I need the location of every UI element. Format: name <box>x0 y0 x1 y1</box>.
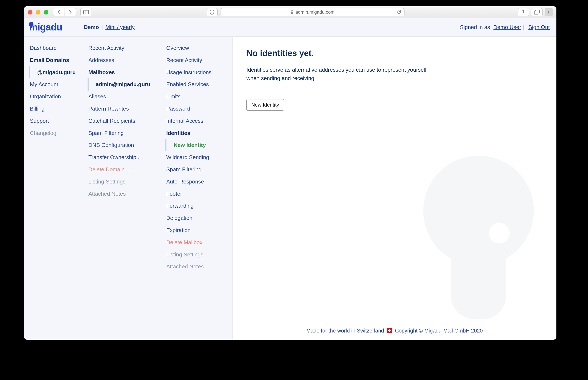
footer-left: Made for the world in Switzerland <box>306 328 384 334</box>
watermark-icon <box>392 151 556 323</box>
nav-new-identity[interactable]: New Identity <box>166 139 231 151</box>
app-footer: Made for the world in Switzerland Copyri… <box>232 328 556 334</box>
svg-rect-9 <box>451 237 506 320</box>
nav-my-account[interactable]: My Account <box>28 78 83 91</box>
nav-column-1: Dashboard Email Domains @migadu.guru My … <box>24 37 85 340</box>
nav-recent-activity-3[interactable]: Recent Activity <box>165 54 231 66</box>
plan-link[interactable]: Mini / yearly <box>105 24 135 31</box>
maximize-window-button[interactable] <box>44 10 48 15</box>
share-button[interactable] <box>518 8 529 16</box>
nav-changelog[interactable]: Changelog <box>28 127 83 139</box>
user-link[interactable]: Demo User <box>494 24 521 31</box>
nav-delegation[interactable]: Delegation <box>165 212 231 224</box>
new-tab-button[interactable]: + <box>545 8 553 16</box>
titlebar: admin.migadu.com + <box>24 6 556 18</box>
main-content: No identities yet. Identities serve as a… <box>232 37 556 340</box>
nav-addresses[interactable]: Addresses <box>87 54 161 66</box>
svg-text:migadu: migadu <box>29 22 62 33</box>
nav-column-3: Overview Recent Activity Usage Instructi… <box>163 37 232 340</box>
nav-expiration[interactable]: Expiration <box>165 224 231 236</box>
browser-window: admin.migadu.com + migadu Demo | Min <box>24 6 556 340</box>
nav-password[interactable]: Password <box>165 103 231 115</box>
app-body: Dashboard Email Domains @migadu.guru My … <box>24 37 556 340</box>
page-description: Identities serve as alternative addresse… <box>246 66 432 83</box>
nav-forwarding[interactable]: Forwarding <box>165 200 231 212</box>
nav-delete-domain[interactable]: Delete Domain... <box>87 164 161 176</box>
svg-rect-0 <box>84 10 89 14</box>
nav-mailboxes[interactable]: Mailboxes <box>87 66 161 79</box>
nav-attached-notes[interactable]: Attached Notes <box>87 188 161 200</box>
nav-attached-notes-3[interactable]: Attached Notes <box>165 261 231 273</box>
nav-transfer[interactable]: Transfer Ownership... <box>87 151 161 164</box>
nav-spam-filtering[interactable]: Spam Filtering <box>87 127 161 139</box>
nav-support[interactable]: Support <box>28 115 83 127</box>
demo-label: Demo <box>84 24 99 31</box>
nav-domain-sub[interactable]: @migadu.guru <box>29 66 83 79</box>
nav-organization[interactable]: Organization <box>28 91 83 103</box>
page-title: No identities yet. <box>246 49 543 58</box>
separator: | <box>523 24 524 31</box>
minimize-window-button[interactable] <box>36 10 41 15</box>
nav-footer[interactable]: Footer <box>165 188 231 200</box>
separator: | <box>102 24 103 31</box>
divider <box>246 92 543 92</box>
svg-point-8 <box>423 156 534 266</box>
sidebar-toggle-button[interactable] <box>80 8 92 16</box>
nav-dashboard[interactable]: Dashboard <box>28 42 83 54</box>
close-window-button[interactable] <box>28 10 32 15</box>
back-button[interactable] <box>53 8 64 16</box>
url-text: admin.migadu.com <box>295 9 335 15</box>
nav-column-2: Recent Activity Addresses Mailboxes admi… <box>85 37 163 340</box>
nav-aliases[interactable]: Aliases <box>87 91 161 103</box>
titlebar-right-buttons: + <box>518 8 553 16</box>
new-identity-button[interactable]: New Identity <box>246 99 284 111</box>
nav-email-domains[interactable]: Email Domains <box>28 54 83 66</box>
shield-icon <box>210 10 214 15</box>
share-icon <box>521 10 525 15</box>
nav-mailbox-sub[interactable]: admin@migadu.guru <box>87 78 161 91</box>
chevron-left-icon <box>57 10 60 15</box>
sidebar-icon <box>83 10 89 14</box>
plus-icon: + <box>547 9 550 15</box>
nav-internal-access[interactable]: Internal Access <box>165 115 231 127</box>
nav-recent-activity[interactable]: Recent Activity <box>87 42 161 54</box>
nav-listing-settings[interactable]: Listing Settings <box>87 176 161 188</box>
privacy-button[interactable] <box>206 8 218 16</box>
nav-delete-mailbox[interactable]: Delete Mailbox... <box>165 236 231 249</box>
nav-enabled[interactable]: Enabled Services <box>165 78 231 91</box>
nav-identities[interactable]: Identities <box>165 127 231 139</box>
svg-rect-4 <box>534 11 538 14</box>
nav-wildcard[interactable]: Wildcard Sending <box>165 151 231 164</box>
nav-overview[interactable]: Overview <box>165 42 231 54</box>
chevron-right-icon <box>69 10 72 15</box>
refresh-button[interactable] <box>397 10 401 15</box>
header-right: Signed in as Demo User | Sign Out <box>460 24 551 31</box>
nav-limits[interactable]: Limits <box>165 91 231 103</box>
nav-usage[interactable]: Usage Instructions <box>165 66 231 79</box>
lock-icon <box>291 10 294 14</box>
nav-catchall[interactable]: Catchall Recipients <box>87 115 161 127</box>
sign-out-link[interactable]: Sign Out <box>528 24 550 31</box>
swiss-flag-icon <box>387 328 392 333</box>
svg-rect-3 <box>291 12 293 14</box>
nav-auto-response[interactable]: Auto-Response <box>165 176 231 188</box>
nav-pattern-rewrites[interactable]: Pattern Rewrites <box>87 103 161 115</box>
signed-in-text: Signed in as <box>460 24 490 31</box>
tabs-button[interactable] <box>531 8 543 16</box>
tabs-icon <box>534 10 540 15</box>
address-bar[interactable]: admin.migadu.com <box>221 8 405 16</box>
app-header: migadu Demo | Mini / yearly Signed in as… <box>24 18 556 37</box>
nav-back-forward <box>53 8 76 16</box>
migadu-logo-icon: migadu <box>29 22 77 33</box>
nav-listing-settings-3[interactable]: Listing Settings <box>165 249 231 261</box>
nav-billing[interactable]: Billing <box>28 103 83 115</box>
svg-point-10 <box>489 223 509 243</box>
refresh-icon <box>397 10 401 15</box>
svg-rect-7 <box>30 25 32 28</box>
nav-dns[interactable]: DNS Configuration <box>87 139 161 151</box>
nav-spam-filtering-3[interactable]: Spam Filtering <box>165 164 231 176</box>
logo[interactable]: migadu <box>29 22 77 33</box>
forward-button[interactable] <box>65 8 76 16</box>
window-controls <box>28 10 48 15</box>
footer-right: Copyright © Migadu-Mail GmbH 2020 <box>395 328 483 334</box>
